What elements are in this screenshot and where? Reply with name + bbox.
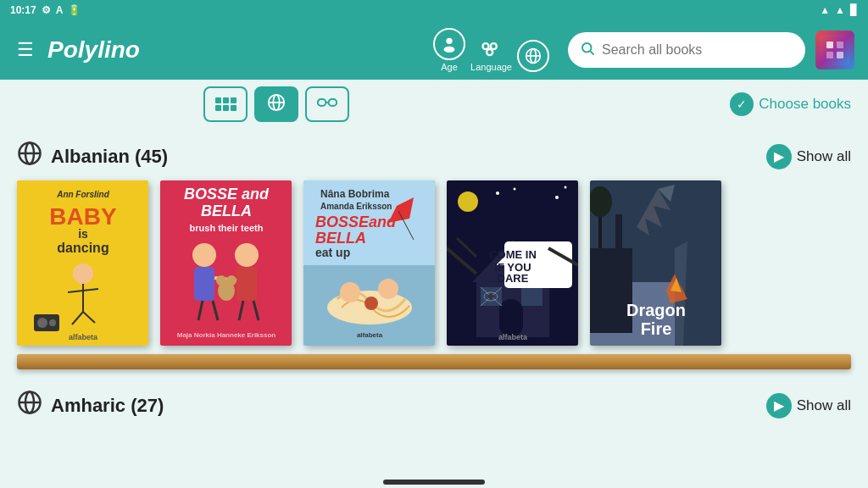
amharic-section-header: Amharic (27) ▶ Show all [0, 378, 868, 430]
svg-point-83 [488, 294, 493, 299]
signal-icon: ▲ [835, 4, 845, 16]
choose-books-button[interactable]: ✓ Choose books [730, 92, 851, 116]
svg-rect-18 [318, 99, 326, 106]
albanian-books-shelf: Ann Forslind BABY is dancing [0, 180, 868, 369]
link-icon [317, 95, 337, 114]
svg-point-29 [73, 263, 93, 284]
albanian-globe-icon [17, 141, 42, 172]
status-bar: 10:17 ⚙ A 🔋 ▲ ▲ ▊ [0, 0, 868, 20]
svg-text:Nâna Bobrima: Nâna Bobrima [320, 188, 390, 200]
svg-rect-44 [194, 267, 214, 301]
svg-point-72 [514, 188, 516, 191]
book-dragon-fire[interactable]: Dragon Fire [590, 180, 721, 346]
status-left: 10:17 ⚙ A 🔋 [10, 4, 81, 16]
globe-icon [267, 93, 286, 116]
svg-text:brush their teeth: brush their teeth [190, 223, 264, 233]
svg-rect-96 [590, 248, 632, 333]
svg-point-1 [444, 47, 455, 53]
age-label: Age [441, 62, 458, 72]
amharic-show-all-label: Show all [797, 397, 851, 414]
navbar: ☰ Polylino Age Language [0, 20, 868, 80]
link-view-button[interactable] [305, 86, 349, 122]
svg-text:Fire: Fire [641, 319, 672, 338]
svg-point-0 [446, 38, 452, 44]
svg-point-52 [216, 275, 226, 286]
svg-point-3 [490, 43, 496, 49]
svg-point-65 [340, 282, 360, 302]
choose-books-label: Choose books [759, 96, 851, 113]
svg-text:alfabeta: alfabeta [498, 333, 528, 341]
search-bar[interactable] [568, 32, 805, 68]
svg-rect-77 [499, 299, 523, 337]
svg-text:COME IN: COME IN [489, 248, 537, 261]
globe-view-button[interactable] [254, 86, 298, 122]
book-bosse-bella-eat[interactable]: Nâna Bobrima Amanda Eriksson BOSSEand BE… [303, 180, 435, 346]
albanian-show-all-button[interactable]: ▶ Show all [766, 144, 851, 169]
grid-icon [215, 97, 236, 111]
nav-icons: Age Language [433, 28, 549, 72]
svg-line-9 [590, 51, 593, 54]
status-right: ▲ ▲ ▊ [820, 4, 858, 16]
albanian-section-header: Albanian (45) ▶ Show all [0, 129, 868, 180]
svg-rect-79 [521, 287, 542, 306]
svg-rect-19 [329, 99, 337, 106]
svg-text:is: is [78, 227, 88, 241]
svg-text:Maja Norkia  Hanneke Eriksson: Maja Norkia Hanneke Eriksson [177, 331, 276, 339]
age-icon [433, 28, 465, 60]
svg-point-2 [482, 43, 488, 49]
svg-point-70 [458, 191, 478, 212]
check-icon: ✓ [730, 92, 754, 116]
search-icon [580, 41, 595, 60]
globe-nav-icon [517, 40, 549, 72]
accessibility-icon: A [56, 4, 64, 16]
svg-point-35 [37, 318, 47, 328]
wifi-icon: ▲ [820, 4, 830, 16]
svg-text:BOSSE and: BOSSE and [184, 186, 270, 202]
svg-rect-14 [837, 52, 843, 58]
book-bosse-bella-brush[interactable]: BOSSE and BELLA brush their teeth [160, 180, 292, 346]
search-input[interactable] [602, 42, 771, 58]
amharic-show-all-button[interactable]: ▶ Show all [766, 393, 851, 419]
svg-point-43 [235, 243, 259, 267]
svg-text:BELLA: BELLA [201, 202, 252, 219]
svg-text:DARE: DARE [498, 272, 529, 285]
svg-text:Amanda Eriksson: Amanda Eriksson [320, 202, 392, 211]
svg-text:alfabeta: alfabeta [69, 333, 98, 341]
svg-text:eat up: eat up [315, 246, 350, 259]
language-filter[interactable]: Language [470, 36, 512, 72]
toolbar: ✓ Choose books [0, 80, 868, 129]
show-all-arrow-icon: ▶ [766, 144, 792, 169]
svg-point-53 [226, 275, 236, 286]
svg-rect-12 [837, 42, 843, 48]
svg-text:BELLA: BELLA [315, 230, 366, 247]
svg-rect-10 [820, 35, 850, 65]
avatar[interactable] [815, 30, 854, 69]
svg-text:BOSSEand: BOSSEand [315, 214, 397, 230]
svg-point-67 [364, 297, 378, 310]
brand-title: Polylino [47, 36, 140, 64]
svg-rect-45 [236, 267, 257, 301]
albanian-books-row: Ann Forslind BABY is dancing [17, 180, 851, 359]
svg-point-8 [582, 43, 592, 53]
globe-filter[interactable] [517, 40, 549, 72]
hamburger-icon: ☰ [17, 39, 34, 60]
amharic-section-title: Amharic (27) [51, 395, 758, 417]
albanian-section-title: Albanian (45) [51, 146, 758, 168]
amharic-globe-icon [17, 390, 42, 421]
book-come-in-if-dare[interactable]: COME IN IF YOU DARE alfabeta [447, 180, 578, 346]
svg-rect-13 [826, 52, 833, 58]
language-label: Language [470, 62, 512, 72]
content-area: Albanian (45) ▶ Show all Ann Forslind BA… [0, 129, 868, 488]
battery-icon: 🔋 [68, 4, 81, 16]
amharic-show-all-arrow-icon: ▶ [766, 393, 792, 419]
menu-button[interactable]: ☰ [14, 36, 37, 64]
grid-view-button[interactable] [203, 86, 248, 122]
svg-rect-11 [826, 42, 833, 48]
svg-point-36 [49, 319, 56, 326]
book-baby-dancing[interactable]: Ann Forslind BABY is dancing [17, 180, 148, 346]
svg-text:alfabeta: alfabeta [357, 331, 383, 339]
albanian-show-all-label: Show all [797, 148, 851, 165]
svg-point-74 [565, 186, 567, 189]
age-filter[interactable]: Age [433, 28, 465, 72]
svg-point-66 [378, 279, 398, 299]
